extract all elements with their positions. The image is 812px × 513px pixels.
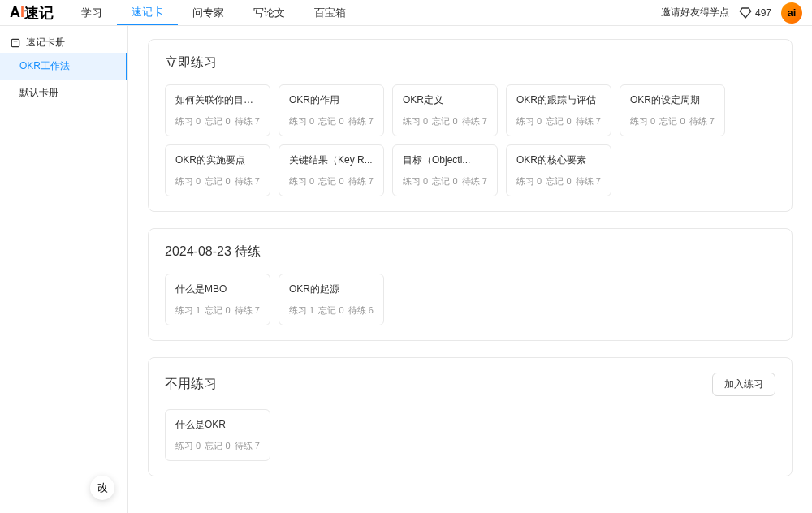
logo[interactable]: A I 速记 bbox=[10, 3, 54, 23]
sidebar-header[interactable]: 速记卡册 bbox=[0, 32, 127, 53]
stat-practice: 练习 0 bbox=[403, 175, 428, 188]
card-stats: 练习 0 忘记 0 待练 7 bbox=[289, 115, 374, 127]
cards-practice-now: 如何关联你的目标和行动 练习 0 忘记 0 待练 7 OKR的作用 练习 0 忘… bbox=[165, 84, 775, 196]
points-badge[interactable]: 497 bbox=[739, 6, 771, 19]
float-edit-button[interactable]: 改 bbox=[90, 476, 114, 500]
stat-practice: 练习 0 bbox=[175, 115, 201, 127]
card-stats: 练习 0 忘记 0 待练 7 bbox=[175, 440, 260, 452]
card-item[interactable]: 如何关联你的目标和行动 练习 0 忘记 0 待练 7 bbox=[165, 84, 270, 136]
diamond-icon bbox=[739, 6, 752, 19]
stat-practice: 练习 0 bbox=[289, 175, 314, 188]
card-title: 什么是MBO bbox=[175, 282, 260, 296]
main-content: 立即练习 如何关联你的目标和行动 练习 0 忘记 0 待练 7 OKR的作用 练… bbox=[128, 26, 812, 513]
sidebar-header-label: 速记卡册 bbox=[26, 36, 65, 50]
sidebar-item-okr[interactable]: OKR工作法 bbox=[0, 53, 127, 80]
card-stats: 练习 0 忘记 0 待练 7 bbox=[516, 115, 601, 127]
stat-forget: 忘记 0 bbox=[546, 115, 571, 127]
panel-title: 2024-08-23 待练 bbox=[165, 244, 261, 261]
stat-practice: 练习 0 bbox=[516, 175, 542, 188]
card-item[interactable]: OKR的作用 练习 0 忘记 0 待练 7 bbox=[279, 84, 384, 136]
card-item[interactable]: OKR的起源 练习 1 忘记 0 待练 6 bbox=[279, 274, 384, 325]
stat-forget: 忘记 0 bbox=[205, 304, 230, 317]
card-title: 关键结果（Key R... bbox=[289, 153, 374, 167]
stat-practice: 练习 0 bbox=[175, 175, 201, 188]
stat-wait: 待练 7 bbox=[462, 115, 487, 127]
card-stats: 练习 1 忘记 0 待练 7 bbox=[175, 304, 260, 317]
invite-link[interactable]: 邀请好友得学点 bbox=[661, 6, 729, 19]
stat-forget: 忘记 0 bbox=[432, 175, 457, 188]
stat-wait: 待练 7 bbox=[576, 175, 601, 188]
nav-tab-toolbox[interactable]: 百宝箱 bbox=[300, 0, 361, 25]
card-title: OKR的起源 bbox=[289, 282, 374, 296]
folder-icon bbox=[10, 37, 21, 49]
nav-tab-cards[interactable]: 速记卡 bbox=[117, 0, 178, 25]
stat-wait: 待练 7 bbox=[348, 175, 374, 188]
card-title: OKR的跟踪与评估 bbox=[516, 93, 601, 107]
panel-title: 不用练习 bbox=[165, 376, 217, 393]
header: A I 速记 学习 速记卡 问专家 写论文 百宝箱 邀请好友得学点 497 ai bbox=[0, 0, 812, 26]
stat-forget: 忘记 0 bbox=[205, 440, 230, 452]
card-item[interactable]: OKR定义 练习 0 忘记 0 待练 7 bbox=[392, 84, 498, 136]
panel-title: 立即练习 bbox=[165, 54, 217, 71]
stat-practice: 练习 0 bbox=[175, 440, 201, 452]
card-item[interactable]: OKR的跟踪与评估 练习 0 忘记 0 待练 7 bbox=[506, 84, 611, 136]
card-stats: 练习 1 忘记 0 待练 6 bbox=[289, 304, 374, 317]
stat-practice: 练习 1 bbox=[175, 304, 201, 317]
card-stats: 练习 0 忘记 0 待练 7 bbox=[403, 175, 487, 188]
stat-practice: 练习 0 bbox=[516, 115, 542, 127]
stat-wait: 待练 6 bbox=[348, 304, 374, 317]
stat-forget: 忘记 0 bbox=[659, 115, 685, 127]
panel-header: 立即练习 bbox=[165, 54, 775, 71]
card-title: OKR的实施要点 bbox=[175, 153, 260, 167]
card-item[interactable]: OKR的设定周期 练习 0 忘记 0 待练 7 bbox=[620, 84, 725, 136]
stat-practice: 练习 0 bbox=[630, 115, 655, 127]
stat-wait: 待练 7 bbox=[462, 175, 487, 188]
stat-forget: 忘记 0 bbox=[318, 304, 343, 317]
card-title: 什么是OKR bbox=[175, 418, 260, 432]
nav-tabs: 学习 速记卡 问专家 写论文 百宝箱 bbox=[67, 0, 361, 25]
card-stats: 练习 0 忘记 0 待练 7 bbox=[403, 115, 487, 127]
panel-header: 不用练习 加入练习 bbox=[165, 373, 775, 396]
stat-forget: 忘记 0 bbox=[318, 115, 343, 127]
logo-a: A bbox=[10, 4, 20, 21]
card-item[interactable]: 关键结果（Key R... 练习 0 忘记 0 待练 7 bbox=[279, 144, 384, 196]
card-item[interactable]: OKR的核心要素 练习 0 忘记 0 待练 7 bbox=[506, 144, 611, 196]
card-item[interactable]: 什么是MBO 练习 1 忘记 0 待练 7 bbox=[165, 274, 270, 325]
points-value: 497 bbox=[755, 7, 771, 19]
card-item[interactable]: 目标（Objecti... 练习 0 忘记 0 待练 7 bbox=[392, 144, 498, 196]
stat-wait: 待练 7 bbox=[348, 115, 374, 127]
stat-forget: 忘记 0 bbox=[546, 175, 571, 188]
header-right: 邀请好友得学点 497 ai bbox=[661, 2, 802, 24]
avatar[interactable]: ai bbox=[781, 2, 802, 24]
stat-forget: 忘记 0 bbox=[318, 175, 343, 188]
nav-tab-paper[interactable]: 写论文 bbox=[239, 0, 300, 25]
stat-wait: 待练 7 bbox=[689, 115, 715, 127]
card-title: OKR的核心要素 bbox=[516, 153, 601, 167]
stat-wait: 待练 7 bbox=[235, 304, 260, 317]
stat-forget: 忘记 0 bbox=[205, 115, 230, 127]
card-title: 如何关联你的目标和行动 bbox=[175, 93, 260, 107]
nav-tab-expert[interactable]: 问专家 bbox=[178, 0, 239, 25]
card-stats: 练习 0 忘记 0 待练 7 bbox=[630, 115, 715, 127]
card-title: OKR的设定周期 bbox=[630, 93, 715, 107]
stat-wait: 待练 7 bbox=[576, 115, 601, 127]
card-stats: 练习 0 忘记 0 待练 7 bbox=[175, 115, 260, 127]
card-item[interactable]: 什么是OKR 练习 0 忘记 0 待练 7 bbox=[165, 409, 270, 461]
card-stats: 练习 0 忘记 0 待练 7 bbox=[516, 175, 601, 188]
panel-no-practice: 不用练习 加入练习 什么是OKR 练习 0 忘记 0 待练 7 bbox=[148, 357, 793, 476]
sidebar: 速记卡册 OKR工作法 默认卡册 改 bbox=[0, 26, 128, 513]
sidebar-item-default[interactable]: 默认卡册 bbox=[0, 80, 127, 106]
card-title: OKR定义 bbox=[403, 93, 487, 107]
stat-wait: 待练 7 bbox=[235, 115, 260, 127]
stat-forget: 忘记 0 bbox=[205, 175, 230, 188]
add-to-practice-button[interactable]: 加入练习 bbox=[712, 373, 775, 396]
nav-tab-study[interactable]: 学习 bbox=[67, 0, 117, 25]
stat-wait: 待练 7 bbox=[235, 440, 260, 452]
panel-pending: 2024-08-23 待练 什么是MBO 练习 1 忘记 0 待练 7 OKR的… bbox=[148, 228, 793, 341]
stat-practice: 练习 1 bbox=[289, 304, 314, 317]
layout: 速记卡册 OKR工作法 默认卡册 改 立即练习 如何关联你的目标和行动 练习 0… bbox=[0, 26, 812, 513]
stat-forget: 忘记 0 bbox=[432, 115, 457, 127]
card-stats: 练习 0 忘记 0 待练 7 bbox=[289, 175, 374, 188]
card-item[interactable]: OKR的实施要点 练习 0 忘记 0 待练 7 bbox=[165, 144, 270, 196]
stat-practice: 练习 0 bbox=[403, 115, 428, 127]
